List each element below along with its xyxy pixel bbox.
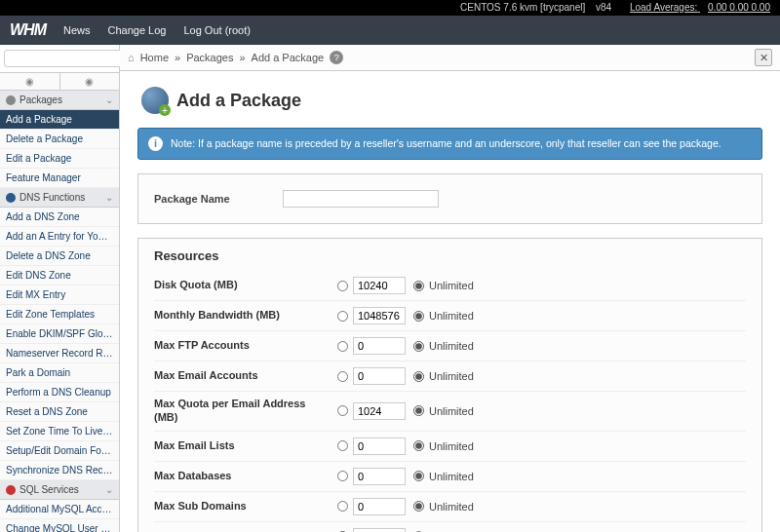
sidebar-item[interactable]: Add a Package <box>0 110 119 130</box>
resource-value-radio[interactable] <box>337 405 348 416</box>
add-package-icon <box>141 87 169 114</box>
sidebar-item[interactable]: Nameserver Record Report <box>0 344 119 363</box>
sidebar-item[interactable]: Edit MX Entry <box>0 285 119 305</box>
whm-logo[interactable]: WHM <box>10 21 46 39</box>
unlimited-label: Unlimited <box>429 370 474 382</box>
sidebar-item[interactable]: Delete a DNS Zone <box>0 247 119 266</box>
sidebar-cat-packages[interactable]: Packages⌄ <box>0 91 119 110</box>
expand-button[interactable]: ◉ <box>60 73 120 90</box>
resource-unlimited-radio[interactable] <box>413 501 424 512</box>
resource-unlimited-radio[interactable] <box>413 471 424 481</box>
info-icon: i <box>148 136 163 151</box>
resource-label: Monthly Bandwidth (MB) <box>154 309 330 323</box>
top-status-strip: CENTOS 7.6 kvm [trycpanel] v84 Load Aver… <box>0 0 780 16</box>
resource-row: Max Sub DomainsUnlimited <box>154 492 746 522</box>
resource-value-radio[interactable] <box>337 341 348 352</box>
resource-value-input[interactable] <box>353 468 406 485</box>
resource-unlimited-radio[interactable] <box>413 341 424 352</box>
resource-value-input[interactable] <box>353 277 406 294</box>
resource-value-radio[interactable] <box>337 311 348 322</box>
resource-row: Monthly Bandwidth (MB)Unlimited <box>154 301 746 331</box>
sidebar-cat-sql[interactable]: SQL Services⌄ <box>0 480 119 500</box>
sidebar-item[interactable]: Edit Zone Templates <box>0 305 119 324</box>
resource-row: Max Quota per Email Address (MB)Unlimite… <box>154 392 746 432</box>
main-content: Add a Package i Note: If a package name … <box>120 71 780 532</box>
sidebar-item[interactable]: Feature Manager <box>0 169 119 188</box>
resource-value-input[interactable] <box>353 498 406 515</box>
resource-row: Max FTP AccountsUnlimited <box>154 331 746 361</box>
resource-unlimited-radio[interactable] <box>413 311 424 322</box>
sidebar-item[interactable]: Add an A Entry for Your Hostname <box>0 227 119 247</box>
resource-value-radio[interactable] <box>337 281 348 291</box>
main-navbar: WHM News Change Log Log Out (root) <box>0 16 780 45</box>
sidebar-item[interactable]: Park a Domain <box>0 363 119 383</box>
load-averages-link[interactable]: Load Averages: 0.00 0.00 0.00 <box>622 2 770 13</box>
resource-label: Max Email Accounts <box>154 369 330 383</box>
resource-unlimited-radio[interactable] <box>413 281 424 291</box>
sidebar-item[interactable]: Change MySQL User Password <box>0 519 119 532</box>
collapse-button[interactable]: ◉ <box>0 73 60 90</box>
resource-value-radio[interactable] <box>337 440 348 451</box>
unlimited-label: Unlimited <box>429 501 474 513</box>
chevron-down-icon: ⌄ <box>105 484 113 495</box>
info-text: Note: If a package name is preceded by a… <box>171 136 722 151</box>
version-label: v84 <box>596 2 611 13</box>
resources-panel: Resources Disk Quota (MB)UnlimitedMonthl… <box>137 238 762 532</box>
sidebar-item[interactable]: Edit DNS Zone <box>0 266 119 285</box>
resource-row: Max DatabasesUnlimited <box>154 462 746 492</box>
sidebar-item[interactable]: Delete a Package <box>0 130 119 149</box>
resource-label: Disk Quota (MB) <box>154 279 330 292</box>
breadcrumb-home[interactable]: Home <box>140 52 169 63</box>
resource-value-radio[interactable] <box>337 471 348 481</box>
resource-row: Max Email ListsUnlimited <box>154 432 746 462</box>
help-icon[interactable]: ? <box>330 51 343 64</box>
chevron-down-icon: ⌄ <box>105 95 113 105</box>
resource-value-input[interactable] <box>353 528 406 533</box>
unlimited-label: Unlimited <box>429 280 474 291</box>
info-notice: i Note: If a package name is preceded by… <box>137 128 762 160</box>
resource-unlimited-radio[interactable] <box>413 405 424 416</box>
sidebar-cat-dns[interactable]: DNS Functions⌄ <box>0 188 119 208</box>
resource-value-radio[interactable] <box>337 371 348 382</box>
sidebar-item[interactable]: Perform a DNS Cleanup <box>0 383 119 402</box>
unlimited-label: Unlimited <box>429 405 474 417</box>
sidebar-item[interactable]: Setup/Edit Domain Forwarding <box>0 441 119 461</box>
unlimited-label: Unlimited <box>429 471 474 482</box>
breadcrumb-packages[interactable]: Packages <box>186 52 233 63</box>
package-name-panel: Package Name <box>137 173 762 224</box>
resource-label: Max FTP Accounts <box>154 339 330 353</box>
resource-label: Max Email Lists <box>154 439 330 453</box>
sidebar: 🔍 ◉ ◉ Packages⌄ Add a PackageDelete a Pa… <box>0 45 120 532</box>
resource-unlimited-radio[interactable] <box>413 440 424 451</box>
nav-changelog[interactable]: Change Log <box>108 24 167 36</box>
os-label: CENTOS 7.6 kvm [trycpanel] <box>460 2 585 13</box>
resource-value-input[interactable] <box>353 437 406 455</box>
sidebar-item[interactable]: Synchronize DNS Records <box>0 461 119 480</box>
sidebar-item[interactable]: Set Zone Time To Live (TTL) <box>0 422 119 441</box>
resource-label: Max Databases <box>154 470 330 483</box>
sidebar-item[interactable]: Add a DNS Zone <box>0 208 119 227</box>
sidebar-item[interactable]: Reset a DNS Zone <box>0 402 119 422</box>
sidebar-item[interactable]: Additional MySQL Access Hosts <box>0 500 119 519</box>
sql-icon <box>6 485 16 495</box>
package-icon <box>6 95 16 105</box>
sidebar-item[interactable]: Edit a Package <box>0 149 119 169</box>
resource-row: Max Email AccountsUnlimited <box>154 361 746 392</box>
resource-value-input[interactable] <box>353 307 406 324</box>
nav-news[interactable]: News <box>63 24 91 36</box>
search-input[interactable] <box>4 50 137 67</box>
sidebar-item[interactable]: Enable DKIM/SPF Globally <box>0 324 119 344</box>
resource-value-input[interactable] <box>353 402 406 420</box>
package-name-input[interactable] <box>283 190 439 208</box>
close-button[interactable]: ✕ <box>755 49 772 66</box>
resource-value-input[interactable] <box>353 367 406 385</box>
resource-unlimited-radio[interactable] <box>413 371 424 382</box>
home-icon[interactable]: ⌂ <box>128 52 135 63</box>
nav-logout[interactable]: Log Out (root) <box>183 24 250 36</box>
dns-icon <box>6 193 16 203</box>
resource-value-input[interactable] <box>353 337 406 355</box>
breadcrumb: ⌂ Home » Packages » Add a Package ? ✕ <box>120 45 780 71</box>
unlimited-label: Unlimited <box>429 440 474 452</box>
resource-row: Disk Quota (MB)Unlimited <box>154 271 746 301</box>
resource-value-radio[interactable] <box>337 501 348 512</box>
